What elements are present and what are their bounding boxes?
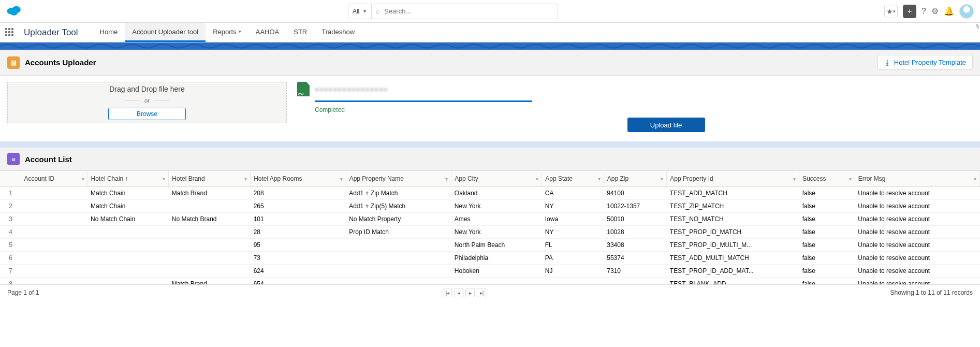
col-header-idx[interactable] <box>0 171 21 187</box>
col-header-success[interactable]: Success▾ <box>799 171 855 187</box>
col-header-label: Hotel Brand <box>172 175 204 182</box>
cell-success: false <box>799 226 855 239</box>
global-search: All ▼ ⌕ <box>348 4 558 19</box>
pager-bar: Page 1 of 1 |◂ ◂ ▸ ▸| Showing 1 to 11 of… <box>0 284 980 300</box>
pager-first-button[interactable]: |◂ <box>443 288 452 297</box>
cell-idx: 7 <box>0 265 21 278</box>
chevron-down-icon: ▾ <box>849 176 852 182</box>
cell-hotel_chain: Match Chain <box>87 200 169 213</box>
cell-hotel_chain <box>87 265 169 278</box>
cell-zip: 7310 <box>604 265 667 278</box>
app-launcher-icon[interactable] <box>5 28 14 37</box>
cell-hotel_brand <box>169 200 251 213</box>
cell-account_id <box>21 213 87 226</box>
col-header-error[interactable]: Error Msg▾ <box>855 171 979 187</box>
nav-tab-aahoa[interactable]: AAHOA <box>248 23 287 42</box>
table-row[interactable]: 8Match Brand654TEST_BLANK_ADDfalseUnable… <box>0 278 980 285</box>
chevron-down-icon: ▾ <box>239 29 241 34</box>
dropzone-or-text: or <box>125 97 169 104</box>
bell-icon[interactable]: 🔔 <box>944 6 954 16</box>
favorites-button[interactable]: ★▾ <box>884 5 898 18</box>
cell-error: Unable to resolve account <box>855 200 979 213</box>
cell-error: Unable to resolve account <box>855 278 979 285</box>
cell-hotel_chain: Match Chain <box>87 187 169 200</box>
search-scope-select[interactable]: All ▼ <box>348 4 372 19</box>
col-header-account_id[interactable]: Account ID▾ <box>21 171 87 187</box>
cell-prop_name: Add1 + Zip Match <box>346 187 451 200</box>
nav-tab-str[interactable]: STR <box>286 23 314 42</box>
cell-account_id <box>21 265 87 278</box>
cell-hotel_chain <box>87 226 169 239</box>
table-row[interactable]: 3No Match ChainNo Match Brand101No Match… <box>0 213 980 226</box>
cell-idx: 8 <box>0 278 21 285</box>
cell-hotel_chain <box>87 252 169 265</box>
col-header-city[interactable]: App City▾ <box>451 171 542 187</box>
search-box[interactable]: ⌕ <box>372 4 558 19</box>
col-header-state[interactable]: App State▾ <box>542 171 604 187</box>
cell-rooms: 265 <box>251 200 346 213</box>
uploader-card-icon: ▤ <box>7 56 20 69</box>
pager-last-button[interactable]: ▸| <box>477 288 486 297</box>
chevron-down-icon: ▾ <box>244 176 247 182</box>
app-nav: Uploader Tool HomeAccount Uploader toolR… <box>0 23 980 42</box>
uploaded-file-name: ■■■■■■■■■■■■■■■■ <box>315 85 388 93</box>
cell-prop_id: TEST_BLANK_ADD <box>667 278 799 285</box>
col-header-zip[interactable]: App Zip▾ <box>604 171 667 187</box>
cell-hotel_brand: Match Brand <box>169 278 251 285</box>
col-header-rooms[interactable]: Hotel App Rooms▾ <box>251 171 346 187</box>
table-row[interactable]: 673PhiladelphiaPA55374TEST_ADD_MULTI_MAT… <box>0 252 980 265</box>
cell-hotel_brand <box>169 239 251 252</box>
browse-button[interactable]: Browse <box>108 108 186 120</box>
cell-idx: 5 <box>0 239 21 252</box>
col-header-prop_name[interactable]: App Property Name▾ <box>346 171 451 187</box>
nav-tab-account-uploader-tool[interactable]: Account Uploader tool <box>125 23 206 42</box>
search-input[interactable] <box>384 7 553 15</box>
upload-file-button[interactable]: Upload file <box>627 118 705 132</box>
chevron-down-icon: ▼ <box>362 9 367 14</box>
salesforce-logo[interactable] <box>6 5 22 18</box>
list-card-icon: ≡ <box>7 153 20 165</box>
add-button[interactable]: ＋ <box>903 5 916 18</box>
cell-hotel_brand: No Match Brand <box>169 213 251 226</box>
chevron-down-icon: ▾ <box>793 176 796 182</box>
cell-prop_name: Prop ID Match <box>346 226 451 239</box>
file-dropzone[interactable]: Drag and Drop file here or Browse <box>7 82 287 123</box>
cell-hotel_brand <box>169 252 251 265</box>
col-header-label: App State <box>545 175 573 182</box>
cell-error: Unable to resolve account <box>855 239 979 252</box>
pager-prev-button[interactable]: ◂ <box>454 288 463 297</box>
svg-point-2 <box>10 10 18 16</box>
cell-account_id <box>21 226 87 239</box>
cell-prop_id: TEST_PROP_ID_ADD_MAT... <box>667 265 799 278</box>
nav-tab-tradeshow[interactable]: Tradeshow <box>314 23 362 42</box>
cell-rooms: 208 <box>251 187 346 200</box>
avatar[interactable] <box>959 4 974 19</box>
cell-account_id <box>21 187 87 200</box>
spacer-band <box>0 141 980 148</box>
table-row[interactable]: 595North Palm BeachFL33408TEST_PROP_ID_M… <box>0 239 980 252</box>
cell-idx: 1 <box>0 187 21 200</box>
table-row[interactable]: 428Prop ID MatchNew YorkNY10028TEST_PROP… <box>0 226 980 239</box>
cell-hotel_brand: Match Brand <box>169 187 251 200</box>
col-header-hotel_chain[interactable]: Hotel Chain ↑▾ <box>87 171 169 187</box>
nav-tab-home[interactable]: Home <box>93 23 125 42</box>
nav-tab-reports[interactable]: Reports▾ <box>206 23 248 42</box>
cell-error: Unable to resolve account <box>855 252 979 265</box>
gear-icon[interactable]: ⚙ <box>931 6 939 16</box>
table-row[interactable]: 2Match Chain265Add1 + Zip(5) MatchNew Yo… <box>0 200 980 213</box>
chevron-down-icon: ▾ <box>163 176 165 182</box>
chevron-down-icon: ▾ <box>661 176 663 182</box>
hotel-property-template-button[interactable]: ⭳ Hotel Property Template <box>877 55 973 70</box>
table-row[interactable]: 7624HobokenNJ7310TEST_PROP_ID_ADD_MAT...… <box>0 265 980 278</box>
cell-rooms: 101 <box>251 213 346 226</box>
cell-rooms: 95 <box>251 239 346 252</box>
col-header-hotel_brand[interactable]: Hotel Brand▾ <box>169 171 251 187</box>
account-table-wrap[interactable]: Account ID▾Hotel Chain ↑▾Hotel Brand▾Hot… <box>0 170 980 284</box>
pager-next-button[interactable]: ▸ <box>465 288 475 297</box>
help-icon[interactable]: ? <box>922 7 926 16</box>
cell-city: North Palm Beach <box>451 239 542 252</box>
table-row[interactable]: 1Match ChainMatch Brand208Add1 + Zip Mat… <box>0 187 980 200</box>
col-header-prop_id[interactable]: App Property Id▾ <box>667 171 799 187</box>
chevron-down-icon: ▾ <box>445 176 448 182</box>
cell-state <box>542 278 604 285</box>
